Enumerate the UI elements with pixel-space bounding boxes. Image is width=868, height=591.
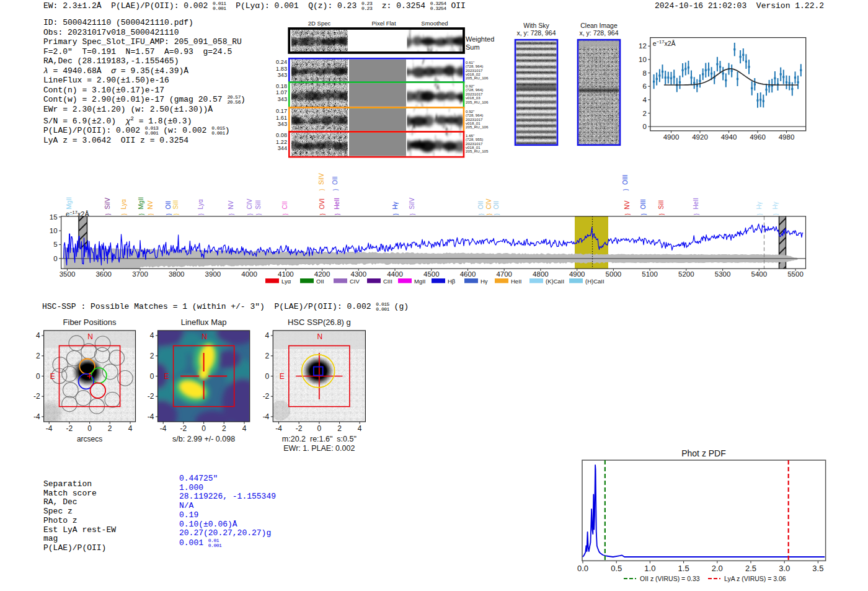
- svg-text:2: 2: [265, 352, 270, 360]
- svg-text:E: E: [164, 372, 169, 381]
- svg-text:0.08: 0.08: [276, 132, 287, 138]
- svg-text:x, y: 728, 964: x, y: 728, 964: [516, 29, 556, 37]
- svg-text:0.18: 0.18: [276, 83, 287, 89]
- svg-text:4: 4: [128, 424, 133, 433]
- svg-text:}: }: [622, 189, 629, 190]
- svg-text:5500: 5500: [787, 270, 804, 278]
- svg-text:OII z (VIRUS) = 0.33: OII z (VIRUS) = 0.33: [640, 575, 700, 582]
- svg-text:4100: 4100: [278, 270, 294, 278]
- svg-text:4980: 4980: [779, 133, 795, 141]
- svg-text:343: 343: [278, 121, 287, 127]
- svg-text:e−17x2Å: e−17x2Å: [66, 209, 89, 218]
- svg-text:0: 0: [642, 123, 646, 130]
- svg-text:Lyα: Lyα: [120, 199, 127, 209]
- svg-text:}: }: [319, 213, 326, 215]
- svg-text:OII: OII: [316, 278, 324, 285]
- svg-text:}: }: [334, 213, 340, 215]
- svg-text:-2: -2: [66, 424, 73, 433]
- svg-text:-4: -4: [275, 424, 282, 433]
- svg-text:Lineflux Map: Lineflux Map: [181, 318, 227, 327]
- svg-text:N: N: [202, 332, 207, 341]
- svg-text:3500: 3500: [60, 270, 76, 278]
- svg-text:10: 10: [50, 227, 58, 234]
- svg-text:-2: -2: [148, 392, 154, 401]
- svg-text:}: }: [198, 213, 204, 215]
- svg-text:1.61: 1.61: [276, 115, 287, 121]
- svg-text:0: 0: [87, 424, 92, 433]
- svg-text:0.0: 0.0: [577, 564, 588, 573]
- svg-text:MgII: MgII: [414, 278, 425, 285]
- svg-text:4: 4: [242, 424, 247, 433]
- svg-text:4700: 4700: [496, 270, 512, 278]
- svg-text:4: 4: [36, 331, 40, 340]
- svg-text:}: }: [255, 213, 262, 215]
- svg-text:2.5: 2.5: [745, 564, 756, 573]
- svg-text:4900: 4900: [569, 270, 585, 278]
- svg-text:CIV: CIV: [350, 278, 360, 285]
- svg-text:N: N: [87, 332, 93, 341]
- svg-text:4: 4: [150, 331, 154, 340]
- svg-text:Hγ: Hγ: [756, 201, 763, 209]
- svg-text:4: 4: [265, 331, 270, 340]
- svg-text:-2: -2: [33, 392, 40, 401]
- svg-text:4200: 4200: [314, 270, 330, 278]
- svg-text:0: 0: [265, 372, 270, 381]
- svg-text:4920: 4920: [692, 133, 708, 141]
- svg-text:arcsecs: arcsecs: [77, 435, 102, 443]
- svg-text:2: 2: [108, 424, 112, 433]
- svg-text:2: 2: [642, 110, 646, 117]
- svg-text:343: 343: [278, 96, 287, 102]
- svg-text:4940: 4940: [721, 133, 737, 141]
- svg-text:0.5: 0.5: [611, 564, 622, 573]
- svg-text:}: }: [773, 213, 779, 215]
- svg-text:15: 15: [50, 213, 58, 221]
- svg-text:}: }: [392, 213, 399, 215]
- svg-text:}: }: [486, 213, 492, 215]
- svg-text:}: }: [640, 213, 647, 215]
- svg-text:5300: 5300: [715, 270, 731, 278]
- svg-text:}: }: [228, 213, 234, 215]
- svg-text:0: 0: [53, 255, 57, 262]
- svg-text:12: 12: [639, 42, 647, 50]
- svg-text:205_RU_106: 205_RU_106: [466, 100, 489, 104]
- svg-text:}: }: [66, 213, 73, 215]
- svg-text:SiIV: SiIV: [318, 173, 325, 185]
- svg-text:-4: -4: [33, 412, 40, 421]
- svg-text:1.5: 1.5: [678, 564, 689, 573]
- svg-text:-4: -4: [263, 412, 270, 421]
- svg-text:CII: CII: [281, 201, 288, 209]
- svg-text:}: }: [282, 213, 288, 215]
- svg-text:m:20.2 re:1.6" s:0.5": m:20.2 re:1.6" s:0.5": [282, 435, 356, 443]
- svg-text:4: 4: [642, 96, 647, 104]
- svg-text:-4: -4: [148, 412, 154, 421]
- svg-text:HeII: HeII: [334, 198, 340, 210]
- svg-text:0: 0: [202, 424, 206, 433]
- svg-text:CIV: CIV: [246, 198, 253, 209]
- svg-text:}: }: [756, 213, 763, 215]
- svg-text:}: }: [121, 213, 127, 215]
- svg-text:3600: 3600: [95, 270, 112, 278]
- svg-text:Pixel Flat: Pixel Flat: [371, 20, 396, 27]
- svg-text:2: 2: [150, 352, 154, 360]
- svg-text:SiII: SiII: [255, 200, 262, 210]
- svg-text:E: E: [280, 372, 285, 381]
- svg-text:SiIV: SiIV: [104, 198, 111, 210]
- svg-text:Phot z PDF: Phot z PDF: [681, 448, 726, 458]
- svg-text:Lyα: Lyα: [197, 199, 204, 209]
- svg-text:3700: 3700: [132, 270, 148, 278]
- svg-text:6: 6: [642, 82, 646, 90]
- svg-text:OII: OII: [165, 201, 172, 210]
- svg-text:2: 2: [36, 352, 40, 360]
- svg-text:NV: NV: [228, 200, 234, 209]
- svg-text:4800: 4800: [533, 270, 549, 278]
- svg-text:0.17: 0.17: [276, 108, 287, 114]
- svg-text:-2: -2: [263, 392, 270, 401]
- svg-text:4000: 4000: [241, 270, 257, 278]
- svg-text:2D Spec: 2D Spec: [308, 20, 331, 27]
- svg-text:}: }: [478, 213, 484, 215]
- svg-text:}: }: [148, 213, 154, 215]
- svg-text:5100: 5100: [642, 270, 658, 278]
- svg-text:4: 4: [358, 424, 362, 433]
- svg-text:EWr: 1. PLAE: 0.002: EWr: 1. PLAE: 0.002: [283, 444, 355, 453]
- svg-text:s/b: 2.99 +/- 0.098: s/b: 2.99 +/- 0.098: [172, 435, 235, 443]
